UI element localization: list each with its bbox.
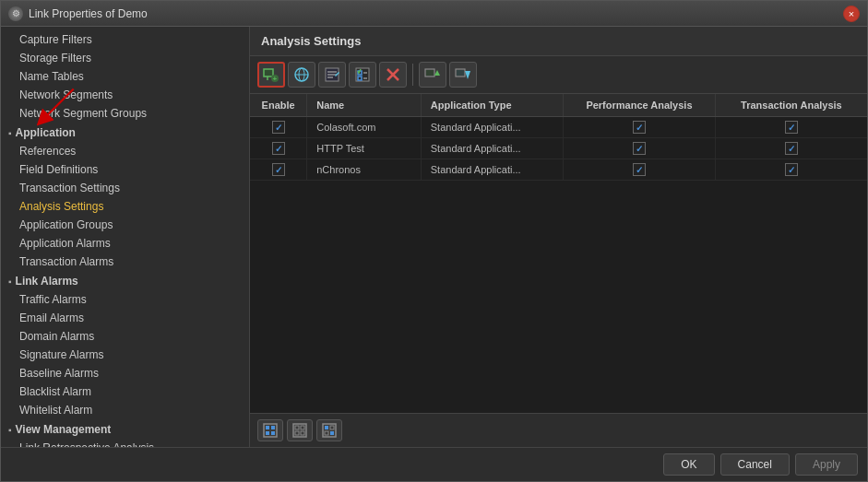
edit-button[interactable] bbox=[318, 62, 346, 88]
col-header-perf: Performance Analysis bbox=[564, 94, 716, 117]
expand-icon-view: ▪ bbox=[8, 425, 12, 435]
sidebar-item-traffic-alarms[interactable]: Traffic Alarms bbox=[1, 290, 249, 309]
sidebar-item-name-tables[interactable]: Name Tables bbox=[1, 67, 249, 86]
sidebar-item-link-retro[interactable]: Link Retrospective Analysis bbox=[1, 439, 249, 447]
cell-type: Standard Applicati... bbox=[421, 159, 563, 181]
dialog-footer: OK Cancel Apply bbox=[1, 447, 867, 481]
svg-marker-28 bbox=[465, 71, 470, 79]
svg-rect-43 bbox=[330, 431, 334, 435]
svg-rect-40 bbox=[325, 426, 328, 429]
cell-name: nChronos bbox=[307, 159, 422, 181]
properties-button[interactable] bbox=[349, 62, 376, 88]
properties-icon bbox=[354, 66, 371, 83]
svg-rect-27 bbox=[457, 70, 464, 76]
add-group-icon bbox=[293, 66, 310, 83]
sidebar-item-domain-alarms[interactable]: Domain Alarms bbox=[1, 327, 249, 346]
cell-perf bbox=[564, 138, 716, 159]
add-group-button[interactable] bbox=[288, 62, 315, 88]
svg-rect-31 bbox=[271, 426, 275, 429]
close-button[interactable]: × bbox=[843, 6, 860, 22]
move-down-button[interactable] bbox=[449, 62, 477, 88]
sidebar-item-application-groups[interactable]: Application Groups bbox=[1, 216, 249, 234]
cancel-button[interactable]: Cancel bbox=[720, 453, 790, 476]
table-row[interactable]: nChronos Standard Applicati... bbox=[250, 159, 867, 181]
sidebar-group-application-label: Application bbox=[16, 126, 76, 139]
table-row[interactable]: HTTP Test Standard Applicati... bbox=[250, 138, 867, 159]
cell-trans bbox=[715, 117, 867, 138]
sidebar-item-signature-alarms[interactable]: Signature Alarms bbox=[1, 346, 249, 364]
sidebar-group-view-management-label: View Management bbox=[16, 423, 112, 436]
perf-checkbox[interactable] bbox=[633, 142, 646, 155]
cell-type: Standard Applicati... bbox=[421, 138, 563, 159]
ok-button[interactable]: OK bbox=[663, 453, 714, 476]
svg-rect-33 bbox=[271, 431, 275, 435]
dialog-title: Link Properties of Demo bbox=[29, 7, 148, 20]
cell-type: Standard Applicati... bbox=[421, 117, 563, 138]
move-down-icon bbox=[455, 66, 471, 83]
add-application-button[interactable]: + + bbox=[257, 62, 285, 88]
svg-rect-42 bbox=[325, 431, 328, 435]
col-header-name: Name bbox=[307, 94, 422, 117]
enable-checkbox[interactable] bbox=[272, 163, 285, 176]
svg-rect-32 bbox=[266, 431, 269, 435]
deselect-all-button[interactable] bbox=[287, 419, 313, 441]
select-all-button[interactable] bbox=[257, 419, 283, 441]
cell-trans bbox=[715, 159, 867, 181]
title-bar: ⚙ Link Properties of Demo × bbox=[1, 1, 867, 27]
add-app-icon: + + bbox=[263, 66, 279, 83]
toolbar-divider bbox=[412, 64, 413, 86]
svg-rect-41 bbox=[330, 426, 334, 429]
sidebar-item-capture-filters[interactable]: Capture Filters bbox=[1, 30, 249, 49]
cell-name: HTTP Test bbox=[307, 138, 422, 159]
perf-checkbox[interactable] bbox=[633, 121, 646, 134]
invert-selection-button[interactable] bbox=[316, 419, 342, 441]
sidebar-item-transaction-alarms[interactable]: Transaction Alarms bbox=[1, 253, 249, 271]
cell-perf bbox=[564, 117, 716, 138]
sidebar-group-view-management[interactable]: ▪ View Management bbox=[1, 419, 249, 439]
table-body: Colasoft.com Standard Applicati... HTTP … bbox=[250, 117, 867, 181]
svg-rect-24 bbox=[426, 70, 434, 76]
toolbar: + + bbox=[250, 56, 867, 94]
svg-rect-35 bbox=[295, 426, 299, 429]
sidebar-item-whitelist-alarm[interactable]: Whitelist Alarm bbox=[1, 401, 249, 419]
perf-checkbox[interactable] bbox=[633, 163, 646, 176]
sidebar-item-email-alarms[interactable]: Email Alarms bbox=[1, 309, 249, 327]
trans-checkbox[interactable] bbox=[785, 121, 798, 134]
cell-enable bbox=[250, 159, 307, 181]
sidebar-item-transaction-settings[interactable]: Transaction Settings bbox=[1, 179, 249, 197]
move-up-button[interactable] bbox=[419, 62, 446, 88]
expand-icon-link: ▪ bbox=[8, 276, 12, 287]
move-up-icon bbox=[424, 66, 441, 83]
trans-checkbox[interactable] bbox=[785, 163, 798, 176]
cell-enable bbox=[250, 117, 307, 138]
apply-button[interactable]: Apply bbox=[795, 453, 858, 476]
cell-name: Colasoft.com bbox=[307, 117, 422, 138]
svg-rect-36 bbox=[301, 426, 304, 429]
delete-button[interactable] bbox=[379, 62, 407, 88]
sidebar-item-baseline-alarms[interactable]: Baseline Alarms bbox=[1, 364, 249, 382]
svg-rect-38 bbox=[301, 431, 304, 435]
enable-checkbox[interactable] bbox=[272, 142, 285, 155]
col-header-trans: Transaction Analysis bbox=[715, 94, 867, 117]
svg-rect-30 bbox=[266, 426, 269, 429]
sidebar-item-blacklist-alarm[interactable]: Blacklist Alarm bbox=[1, 382, 249, 401]
dialog-body: Capture Filters Storage Filters Name Tab… bbox=[1, 27, 867, 447]
sidebar-item-analysis-settings[interactable]: Analysis Settings bbox=[1, 197, 249, 216]
sidebar-item-field-definitions[interactable]: Field Definitions bbox=[1, 160, 249, 179]
trans-checkbox[interactable] bbox=[785, 142, 798, 155]
sidebar-item-references[interactable]: References bbox=[1, 142, 249, 160]
sidebar-group-link-alarms-label: Link Alarms bbox=[16, 275, 78, 288]
sidebar-item-network-segment-groups[interactable]: Network Segment Groups bbox=[1, 104, 249, 123]
panel-title: Analysis Settings bbox=[250, 27, 867, 56]
sidebar-item-application-alarms[interactable]: Application Alarms bbox=[1, 234, 249, 253]
sidebar-item-network-segments[interactable]: Network Segments bbox=[1, 86, 249, 104]
enable-checkbox[interactable] bbox=[272, 121, 285, 134]
table-header-row: Enable Name Application Type Performance… bbox=[250, 94, 867, 117]
select-all-icon bbox=[263, 423, 278, 438]
sidebar-group-link-alarms[interactable]: ▪ Link Alarms bbox=[1, 271, 249, 290]
table-row[interactable]: Colasoft.com Standard Applicati... bbox=[250, 117, 867, 138]
bottom-toolbar bbox=[250, 413, 867, 447]
cell-perf bbox=[564, 159, 716, 181]
sidebar-group-application[interactable]: ▪ Application bbox=[1, 123, 249, 142]
sidebar-item-storage-filters[interactable]: Storage Filters bbox=[1, 49, 249, 67]
